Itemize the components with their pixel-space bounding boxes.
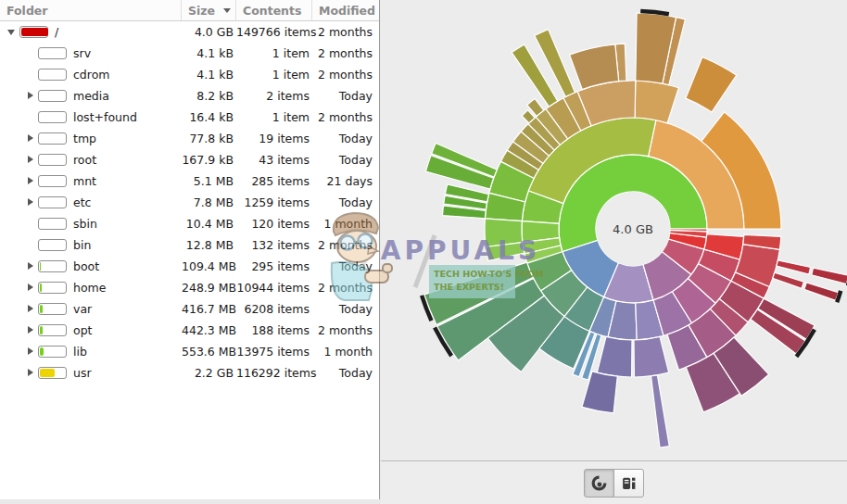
- table-row[interactable]: lib 553.6 MB 13975 items 1 month: [0, 341, 379, 362]
- treemap-chart-button[interactable]: [613, 469, 644, 498]
- table-row[interactable]: lost+found 16.4 kB 1 item 2 months: [0, 107, 379, 128]
- table-row[interactable]: srv 4.1 kB 1 item 2 months: [0, 43, 379, 64]
- expander-icon[interactable]: [24, 282, 36, 294]
- contents-cell: 10944 items: [236, 281, 312, 295]
- table-row[interactable]: sbin 10.4 MB 120 items 1 month: [0, 213, 379, 234]
- modified-cell: 1 month: [312, 217, 375, 231]
- table-row[interactable]: media 8.2 kB 2 items Today: [0, 85, 379, 107]
- usage-bar: [38, 175, 67, 187]
- column-header-modified[interactable]: Modified: [312, 0, 375, 20]
- expander-icon[interactable]: [24, 239, 36, 251]
- expander-icon[interactable]: [24, 132, 36, 145]
- folder-cell: bin: [0, 238, 182, 252]
- folder-name: cdrom: [73, 68, 110, 82]
- table-row[interactable]: root 167.9 kB 43 items Today: [0, 149, 379, 170]
- expander-icon[interactable]: [24, 218, 36, 230]
- ring-segment[interactable]: [634, 336, 669, 377]
- expander-icon[interactable]: [24, 90, 36, 102]
- folder-name: root: [73, 153, 96, 167]
- usage-bar-fill: [40, 305, 43, 313]
- table-row[interactable]: tmp 77.8 kB 19 items Today: [0, 128, 379, 149]
- table-row[interactable]: etc 7.8 MB 1259 items Today: [0, 192, 379, 213]
- expander-icon[interactable]: [24, 175, 36, 187]
- ring-segment[interactable]: [635, 81, 678, 123]
- ring-segment[interactable]: [804, 283, 839, 300]
- folder-name: var: [73, 302, 92, 316]
- table-row[interactable]: / 4.0 GB 149766 items 2 months: [0, 21, 379, 43]
- ring-segment[interactable]: [777, 260, 811, 274]
- rings-chart[interactable]: 4.0 GB: [381, 0, 847, 460]
- expander-icon[interactable]: [24, 111, 36, 123]
- modified-cell: Today: [312, 302, 375, 316]
- folder-name: opt: [73, 323, 92, 337]
- ring-segment[interactable]: [812, 268, 847, 284]
- expander-icon[interactable]: [24, 47, 36, 59]
- size-cell: 442.3 MB: [182, 323, 236, 337]
- usage-bar: [38, 218, 67, 230]
- usage-bar-fill: [40, 284, 42, 292]
- column-header-size[interactable]: Size: [182, 0, 236, 20]
- contents-cell: 1 item: [236, 110, 312, 124]
- modified-cell: Today: [312, 153, 375, 167]
- size-cell: 4.0 GB: [182, 25, 236, 39]
- usage-bar: [38, 346, 67, 358]
- ring-segment[interactable]: [597, 336, 632, 377]
- folder-cell: var: [0, 302, 182, 316]
- table-row[interactable]: opt 442.3 MB 188 items 2 months: [0, 320, 379, 341]
- expander-icon[interactable]: [24, 196, 36, 208]
- usage-bar: [19, 26, 48, 38]
- chart-center-total-size: 4.0 GB: [613, 222, 653, 236]
- expander-icon[interactable]: [24, 260, 36, 272]
- folder-cell: /: [0, 25, 182, 39]
- usage-bar: [38, 367, 67, 379]
- ring-segment[interactable]: [686, 57, 737, 112]
- usage-bar: [38, 132, 67, 145]
- rings-chart-button[interactable]: [584, 469, 614, 498]
- folder-tree-panel: Folder Size Contents Modified / 4.0 GB 1…: [0, 0, 380, 499]
- expander-icon[interactable]: [24, 367, 36, 379]
- chart-panel: 4.0 GB: [381, 0, 847, 504]
- usage-bar: [38, 303, 67, 315]
- folder-cell: mnt: [0, 174, 182, 188]
- expander-icon[interactable]: [24, 154, 36, 166]
- expander-icon[interactable]: [24, 346, 36, 358]
- contents-cell: 43 items: [236, 153, 312, 167]
- table-row[interactable]: var 416.7 MB 6208 items Today: [0, 298, 379, 320]
- folder-name: boot: [73, 259, 99, 273]
- table-row[interactable]: boot 109.4 MB 295 items Today: [0, 256, 379, 277]
- usage-bar: [38, 111, 67, 123]
- column-header-contents-label: Contents: [243, 4, 301, 18]
- contents-cell: 120 items: [236, 217, 312, 231]
- ring-segment[interactable]: [651, 375, 670, 447]
- folder-cell: media: [0, 89, 182, 103]
- size-cell: 109.4 MB: [182, 259, 236, 273]
- table-header: Folder Size Contents Modified: [0, 0, 379, 21]
- table-row[interactable]: cdrom 4.1 kB 1 item 2 months: [0, 64, 379, 85]
- contents-cell: 149766 items: [236, 25, 312, 39]
- modified-cell: Today: [312, 195, 375, 209]
- expander-icon[interactable]: [24, 69, 36, 81]
- size-cell: 5.1 MB: [182, 174, 236, 188]
- folder-cell: usr: [0, 366, 182, 380]
- table-row[interactable]: mnt 5.1 MB 285 items 21 days: [0, 170, 379, 192]
- folder-name: bin: [73, 238, 91, 252]
- ring-segment[interactable]: [773, 272, 804, 288]
- table-row[interactable]: usr 2.2 GB 116292 items Today: [0, 362, 379, 384]
- usage-bar: [38, 239, 67, 251]
- folder-cell: boot: [0, 259, 182, 273]
- expander-icon[interactable]: [24, 303, 36, 315]
- expander-icon[interactable]: [6, 26, 18, 38]
- size-cell: 77.8 kB: [182, 132, 236, 145]
- usage-bar: [38, 324, 67, 336]
- folder-rows: / 4.0 GB 149766 items 2 months srv 4.1 k…: [0, 21, 379, 384]
- rings-chart-icon: [591, 475, 607, 491]
- contents-cell: 1 item: [236, 68, 312, 82]
- column-header-contents[interactable]: Contents: [236, 0, 312, 20]
- expander-icon[interactable]: [24, 324, 36, 336]
- column-header-folder[interactable]: Folder: [0, 0, 182, 20]
- chart-toolbar: [381, 460, 847, 504]
- table-row[interactable]: home 248.9 MB 10944 items 2 months: [0, 277, 379, 298]
- modified-cell: 2 months: [312, 281, 375, 295]
- table-row[interactable]: bin 12.8 MB 132 items 2 months: [0, 234, 379, 256]
- size-cell: 8.2 kB: [182, 89, 236, 103]
